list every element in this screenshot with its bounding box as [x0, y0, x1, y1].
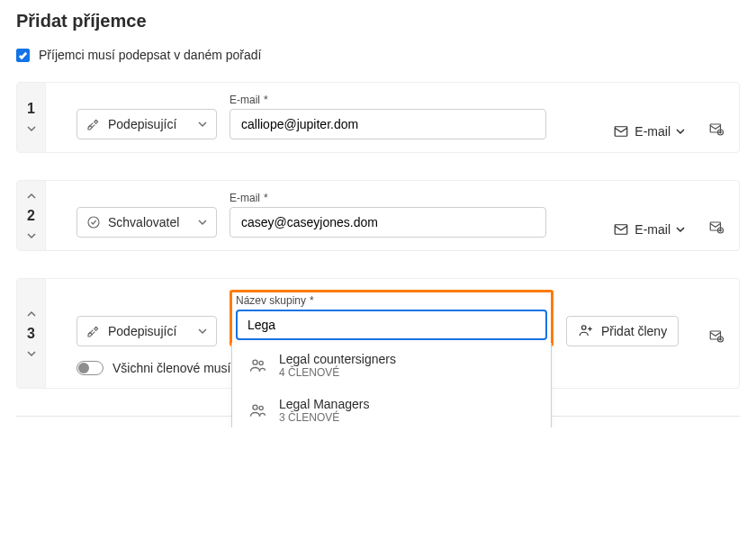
move-down-button[interactable]: [23, 347, 40, 360]
group-icon: [248, 356, 266, 374]
svg-rect-9: [710, 222, 720, 230]
chevron-down-icon: [198, 215, 207, 229]
envelope-icon: [613, 221, 629, 238]
svg-point-15: [253, 360, 257, 364]
private-message-button[interactable]: [706, 327, 726, 346]
page-title: Přidat příjemce: [16, 11, 740, 31]
role-select[interactable]: Schvalovatel: [76, 207, 217, 238]
role-label: Podepisující: [108, 324, 191, 338]
recipient-card: 3 Podepisující Název skupiny *: [16, 278, 740, 389]
delivery-label: E-mail: [634, 222, 670, 237]
group-suggestion-item[interactable]: Legal Managers 3 ČLENOVÉ: [232, 388, 551, 427]
suggestion-name: Legal countersigners: [279, 352, 396, 366]
group-field-label: Název skupiny *: [236, 294, 547, 307]
move-down-button[interactable]: [23, 122, 40, 135]
sign-order-row: Příjemci musí podepsat v daném pořadí: [16, 48, 740, 62]
signer-icon: [86, 117, 101, 131]
sign-order-checkbox[interactable]: [16, 49, 30, 62]
delivery-label: E-mail: [634, 124, 670, 139]
chevron-down-icon: [198, 117, 207, 131]
group-icon: [248, 401, 266, 419]
email-input[interactable]: [230, 207, 546, 238]
delivery-method-select[interactable]: E-mail: [613, 221, 685, 238]
svg-point-16: [259, 361, 263, 364]
order-number: 2: [27, 208, 35, 224]
svg-rect-0: [616, 127, 628, 137]
private-message-button[interactable]: [706, 218, 726, 238]
add-members-icon: [578, 322, 594, 341]
suggestion-meta: 4 ČLENOVÉ: [279, 366, 396, 379]
group-highlight: Název skupiny * Legal countersigners 4 Č…: [230, 290, 554, 346]
sign-order-label: Příjemci musí podepsat v daném pořadí: [39, 48, 261, 62]
add-members-label: Přidat členy: [601, 324, 667, 338]
toggle-label: Všichni členové musí m: [112, 361, 245, 375]
group-suggestions-dropdown: Legal countersigners 4 ČLENOVÉ Legal Man…: [231, 343, 552, 427]
svg-point-17: [253, 405, 257, 409]
move-up-button[interactable]: [23, 190, 40, 202]
move-up-button[interactable]: [23, 308, 40, 320]
signer-icon: [86, 324, 101, 338]
suggestion-meta: 3 ČLENOVÉ: [279, 411, 369, 424]
order-column: 3: [17, 279, 46, 388]
chevron-down-icon: [676, 124, 685, 139]
svg-point-7: [88, 217, 99, 228]
email-field-label: E-mail *: [230, 94, 546, 106]
role-label: Schvalovatel: [108, 215, 191, 229]
svg-rect-22: [710, 331, 720, 339]
order-column: 2: [17, 181, 46, 250]
approver-icon: [86, 215, 101, 229]
all-members-sign-toggle[interactable]: [76, 361, 104, 375]
svg-rect-8: [616, 225, 628, 235]
suggestion-name: Legal Managers: [279, 397, 369, 411]
role-select[interactable]: Podepisující: [76, 109, 217, 139]
order-number: 3: [27, 326, 35, 342]
chevron-down-icon: [198, 324, 207, 338]
chevron-down-icon: [676, 222, 685, 237]
svg-point-19: [582, 325, 587, 329]
svg-rect-1: [710, 124, 720, 132]
recipient-card: 2 Schvalovatel E-mail *: [16, 180, 740, 251]
email-input[interactable]: [230, 109, 546, 139]
order-column: 1: [17, 83, 46, 152]
group-suggestion-item[interactable]: Legal countersigners 4 ČLENOVÉ: [232, 343, 551, 388]
recipient-card: 1 Podepisující E-mail *: [16, 82, 740, 153]
group-name-input[interactable]: [236, 310, 547, 340]
svg-point-18: [259, 406, 263, 409]
order-number: 1: [27, 101, 35, 117]
private-message-button[interactable]: [706, 120, 726, 139]
add-members-button[interactable]: Přidat členy: [566, 316, 679, 346]
delivery-method-select[interactable]: E-mail: [613, 123, 685, 139]
role-label: Podepisující: [108, 117, 191, 131]
email-field-label: E-mail *: [230, 192, 546, 204]
role-select[interactable]: Podepisující: [76, 316, 217, 346]
envelope-icon: [613, 123, 629, 139]
move-down-button[interactable]: [23, 229, 40, 242]
